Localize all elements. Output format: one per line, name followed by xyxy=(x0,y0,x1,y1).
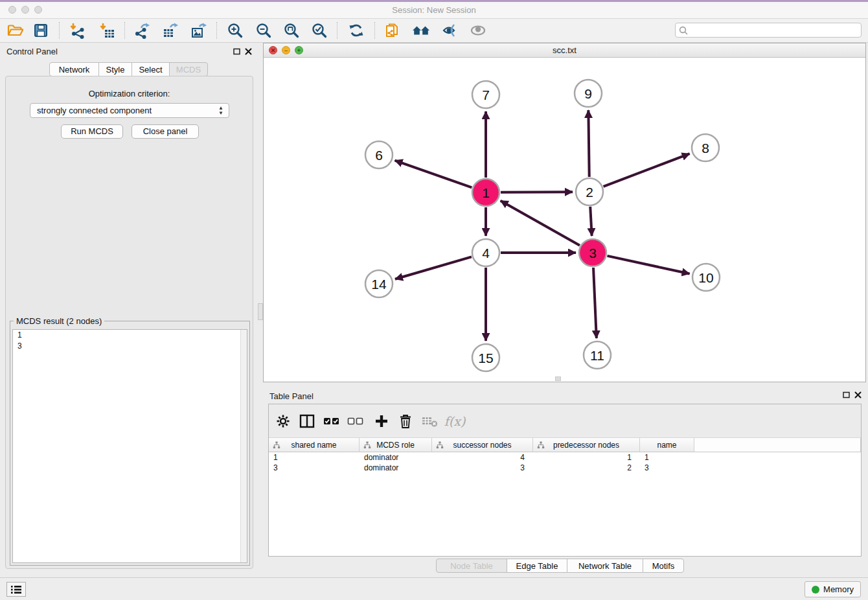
export-network-button[interactable] xyxy=(131,21,153,40)
graph-node-11[interactable]: 11 xyxy=(584,341,611,369)
tab-motifs[interactable]: Motifs xyxy=(643,559,684,573)
control-panel-close-icon[interactable] xyxy=(245,48,252,55)
table-settings-button[interactable] xyxy=(274,412,292,430)
svg-text:6: 6 xyxy=(375,148,383,163)
column-header-predecessor-nodes[interactable]: predecessor nodes xyxy=(533,438,640,452)
table-panel-float-icon[interactable] xyxy=(843,391,850,398)
tab-style[interactable]: Style xyxy=(98,62,132,76)
unchecked-boxes-icon xyxy=(347,414,364,428)
graph-edge-2-9[interactable] xyxy=(588,110,589,177)
save-session-button[interactable] xyxy=(30,21,52,40)
graph-edge-3-10[interactable] xyxy=(607,256,689,274)
graph-node-2[interactable]: 2 xyxy=(576,178,603,205)
open-file-button[interactable] xyxy=(4,21,26,40)
cell-name[interactable]: 1 xyxy=(640,452,694,463)
cell-MCDS-role[interactable]: dominator xyxy=(360,463,432,473)
column-header-MCDS-role[interactable]: MCDS role xyxy=(360,438,432,452)
search-input[interactable] xyxy=(691,24,859,38)
tab-node-table[interactable]: Node Table xyxy=(436,559,507,573)
cell-shared-name[interactable]: 1 xyxy=(269,452,360,463)
mcds-result-line[interactable]: 1 xyxy=(13,330,247,341)
table-panel-close-icon[interactable] xyxy=(854,391,862,398)
delete-column-button[interactable] xyxy=(396,412,415,430)
network-minimize-button[interactable]: – xyxy=(282,46,290,54)
result-scrollbar[interactable] xyxy=(240,330,247,562)
graph-node-4[interactable]: 4 xyxy=(472,239,499,266)
show-columns-button[interactable] xyxy=(298,412,316,430)
cell-successor-nodes[interactable]: 4 xyxy=(432,452,533,463)
column-header-name[interactable]: name xyxy=(640,438,694,452)
export-image-button[interactable] xyxy=(188,21,210,40)
import-table-button[interactable] xyxy=(96,21,118,40)
deselect-all-button[interactable] xyxy=(347,412,365,430)
graph-node-3[interactable]: 3 xyxy=(579,239,606,266)
zoom-selected-button[interactable] xyxy=(308,21,330,40)
tab-edge-table[interactable]: Edge Table xyxy=(507,559,567,573)
optimization-criterion-dropdown[interactable]: strongly connected component ▲▼ xyxy=(30,103,229,118)
graph-edge-2-3[interactable] xyxy=(590,207,591,236)
import-network-button[interactable] xyxy=(66,21,88,40)
tab-network-table[interactable]: Network Table xyxy=(567,559,643,573)
network-window-titlebar[interactable]: scc.txt ✕ – + xyxy=(264,43,865,58)
cell-predecessor-nodes[interactable]: 2 xyxy=(533,463,640,473)
graph-node-9[interactable]: 9 xyxy=(575,80,602,107)
graph-node-15[interactable]: 15 xyxy=(472,344,499,371)
graph-node-8[interactable]: 8 xyxy=(692,134,719,161)
graph-node-14[interactable]: 14 xyxy=(365,270,393,297)
graph-node-7[interactable]: 7 xyxy=(472,81,499,108)
cell-predecessor-nodes[interactable]: 1 xyxy=(533,452,640,463)
refresh-view-button[interactable] xyxy=(345,21,367,40)
graph-node-1[interactable]: 1 xyxy=(472,179,499,206)
mcds-result-line[interactable]: 3 xyxy=(13,341,247,352)
run-mcds-button[interactable]: Run MCDS xyxy=(61,124,123,139)
zoom-out-button[interactable] xyxy=(253,21,275,40)
tab-network[interactable]: Network xyxy=(49,62,99,76)
graph-edge-1-6[interactable] xyxy=(395,161,472,188)
memory-button[interactable]: Memory xyxy=(805,581,861,597)
column-header-successor-nodes[interactable]: successor nodes xyxy=(432,438,533,452)
splitter-grip[interactable] xyxy=(258,303,263,320)
table-toolbar: f(x) xyxy=(269,404,861,438)
cell-MCDS-role[interactable]: dominator xyxy=(360,452,432,463)
show-overlay-button[interactable] xyxy=(467,21,489,40)
select-all-button[interactable] xyxy=(323,412,341,430)
network-resize-handle[interactable] xyxy=(555,376,561,381)
export-table-button[interactable] xyxy=(159,21,181,40)
delete-table-icon xyxy=(422,414,439,428)
delete-table-button[interactable] xyxy=(421,412,439,430)
table-row-1[interactable]: 3dominator323 xyxy=(269,463,861,473)
mcds-result-list[interactable]: 13 xyxy=(12,329,247,563)
cell-name[interactable]: 3 xyxy=(640,463,694,473)
graph-node-10[interactable]: 10 xyxy=(692,264,720,291)
graph-node-6[interactable]: 6 xyxy=(365,141,393,168)
tab-mcds[interactable]: MCDS xyxy=(169,62,208,76)
network-maximize-button[interactable]: + xyxy=(295,46,303,54)
fit-content-button[interactable] xyxy=(280,21,303,40)
cell-successor-nodes[interactable]: 3 xyxy=(432,463,533,473)
svg-text:9: 9 xyxy=(584,86,592,101)
column-label: MCDS role xyxy=(376,441,415,450)
table-row-0[interactable]: 1dominator411 xyxy=(269,452,861,463)
graph-edge-4-14[interactable] xyxy=(395,257,472,279)
clone-network-button[interactable] xyxy=(382,21,404,40)
close-panel-button[interactable]: Close panel xyxy=(131,124,199,139)
zoom-in-button[interactable] xyxy=(224,21,246,40)
tab-select[interactable]: Select xyxy=(131,62,170,76)
dropdown-value: strongly connected component xyxy=(37,106,152,115)
graph-edge-1-2[interactable] xyxy=(501,192,573,192)
graph-edge-3-1[interactable] xyxy=(501,201,580,246)
control-panel-float-icon[interactable] xyxy=(233,48,240,55)
task-history-button[interactable] xyxy=(6,582,26,597)
svg-text:3: 3 xyxy=(589,246,597,260)
graph-edge-3-11[interactable] xyxy=(593,268,597,338)
column-header-shared-name[interactable]: shared name xyxy=(269,438,360,452)
graph-edge-2-8[interactable] xyxy=(604,154,690,187)
network-canvas[interactable]: 7968124314101511 xyxy=(264,58,865,382)
search-box xyxy=(675,23,862,38)
network-close-button[interactable]: ✕ xyxy=(269,46,277,54)
cell-shared-name[interactable]: 3 xyxy=(269,463,360,473)
add-column-button[interactable] xyxy=(372,412,391,430)
home-reset-button[interactable] xyxy=(410,21,432,40)
function-builder-button[interactable]: f(x) xyxy=(446,412,464,430)
hide-overlay-button[interactable] xyxy=(439,21,461,40)
